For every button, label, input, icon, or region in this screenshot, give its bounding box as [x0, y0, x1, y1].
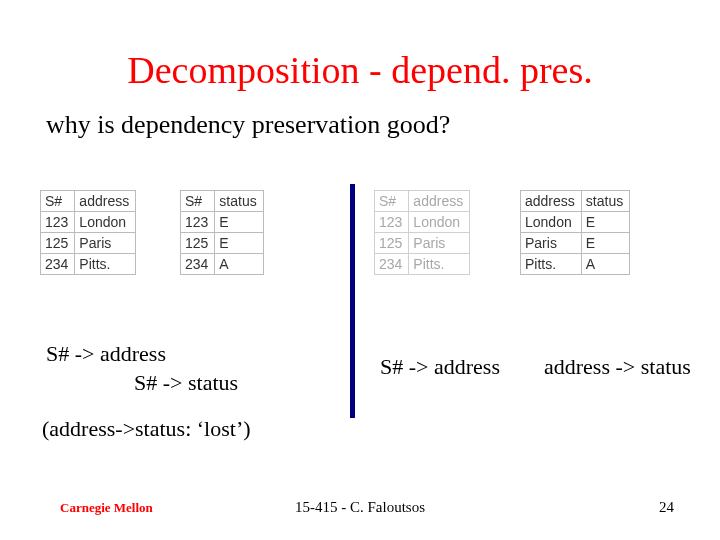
cell: 125	[375, 233, 409, 254]
table-row: 234Pitts.	[375, 254, 470, 275]
slide-subtitle: why is dependency preservation good?	[0, 92, 720, 140]
dep-text: S# -> status	[46, 369, 238, 398]
table-header-row: S# status	[181, 191, 264, 212]
lost-note: (address->status: ‘lost’)	[42, 416, 251, 442]
cell: 123	[41, 212, 75, 233]
cell: E	[215, 233, 263, 254]
table-row: 125Paris	[41, 233, 136, 254]
col-header: status	[581, 191, 629, 212]
cell: Pitts.	[409, 254, 470, 275]
cell: A	[215, 254, 263, 275]
cell: 125	[181, 233, 215, 254]
table-header-row: S# address	[375, 191, 470, 212]
cell: 123	[181, 212, 215, 233]
cell: Pitts.	[75, 254, 136, 275]
col-header: S#	[375, 191, 409, 212]
table-left-snum-status: S# status 123E 125E 234A	[180, 190, 264, 275]
footer-center: 15-415 - C. Faloutsos	[0, 499, 720, 516]
cell: 125	[41, 233, 75, 254]
cell: Paris	[75, 233, 136, 254]
tables-area: S# address 123London 125Paris 234Pitts. …	[40, 190, 700, 320]
table-row: 123London	[375, 212, 470, 233]
cell: 123	[375, 212, 409, 233]
table-row: 234A	[181, 254, 264, 275]
dep-right-text: address -> status	[544, 354, 691, 380]
table-right-snum-address: S# address 123London 125Paris 234Pitts.	[374, 190, 470, 275]
table-right-address-status: address status LondonE ParisE Pitts.A	[520, 190, 630, 275]
table-row: LondonE	[521, 212, 630, 233]
cell: 234	[181, 254, 215, 275]
dep-left-block: S# -> address S# -> status	[46, 340, 238, 397]
cell: E	[215, 212, 263, 233]
col-header: address	[409, 191, 470, 212]
col-header: S#	[181, 191, 215, 212]
cell: London	[409, 212, 470, 233]
table-row: 125Paris	[375, 233, 470, 254]
table-row: 125E	[181, 233, 264, 254]
dep-text: S# -> address	[46, 340, 238, 369]
cell: A	[581, 254, 629, 275]
cell: London	[75, 212, 136, 233]
table-row: Pitts.A	[521, 254, 630, 275]
table-row: 123London	[41, 212, 136, 233]
slide-footer: Carnegie Mellon 15-415 - C. Faloutsos 24	[0, 496, 720, 516]
slide-title: Decomposition - depend. pres.	[0, 0, 720, 92]
table-row: 123E	[181, 212, 264, 233]
col-header: status	[215, 191, 263, 212]
col-header: address	[521, 191, 582, 212]
footer-page-number: 24	[659, 499, 674, 516]
table-header-row: S# address	[41, 191, 136, 212]
col-header: S#	[41, 191, 75, 212]
table-header-row: address status	[521, 191, 630, 212]
col-header: address	[75, 191, 136, 212]
cell: Paris	[409, 233, 470, 254]
table-left-snum-address: S# address 123London 125Paris 234Pitts.	[40, 190, 136, 275]
cell: London	[521, 212, 582, 233]
cell: Pitts.	[521, 254, 582, 275]
cell: 234	[41, 254, 75, 275]
vertical-divider	[350, 184, 355, 418]
table-row: 234Pitts.	[41, 254, 136, 275]
cell: 234	[375, 254, 409, 275]
cell: E	[581, 233, 629, 254]
dep-mid-text: S# -> address	[380, 354, 500, 380]
table-row: ParisE	[521, 233, 630, 254]
cell: E	[581, 212, 629, 233]
cell: Paris	[521, 233, 582, 254]
